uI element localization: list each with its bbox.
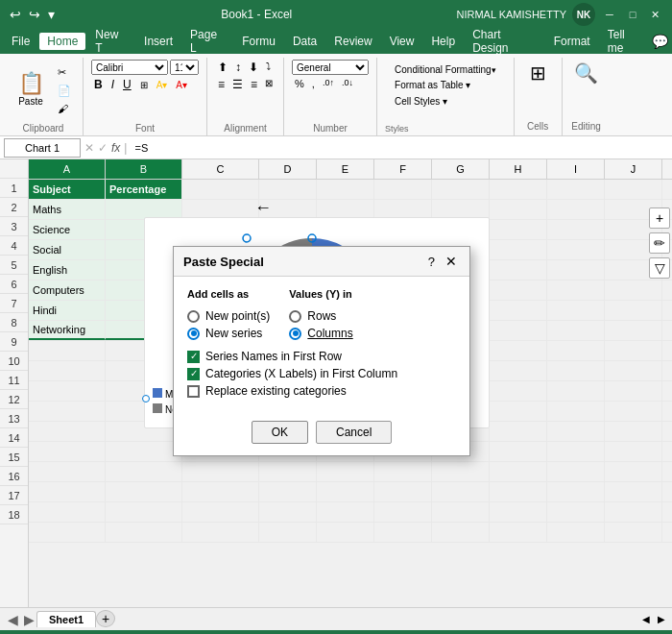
replace-categories-checkbox-item[interactable]: Replace existing categories (187, 384, 456, 398)
menu-chart-design[interactable]: Chart Design (465, 26, 544, 57)
status-bar: Select destinatio... | Average: 76.71428… (0, 630, 672, 634)
fill-color-button[interactable]: A▾ (154, 79, 171, 91)
dialog-help-button[interactable]: ? (428, 255, 435, 269)
add-sheet-button[interactable]: + (96, 610, 115, 627)
align-right-button[interactable]: ≡ (248, 77, 260, 92)
user-avatar[interactable]: NK (572, 3, 595, 26)
series-names-checkbox[interactable]: ✓ (187, 351, 200, 363)
sheet-left-arrow[interactable]: ◀ (4, 612, 22, 627)
merge-button[interactable]: ⊠ (262, 77, 276, 92)
formula-cross-button[interactable]: ✕ (84, 141, 94, 155)
formula-check-button[interactable]: ✓ (98, 141, 108, 155)
decrease-decimal-button[interactable]: .0↓ (339, 77, 356, 90)
quick-access-toolbar: ↩ ↪ ▾ (8, 5, 57, 24)
font-name-select[interactable]: Calibri (91, 60, 168, 75)
rows-option[interactable]: Rows (289, 309, 352, 323)
menu-data[interactable]: Data (285, 33, 324, 50)
undo-icon[interactable]: ↩ (8, 5, 23, 24)
new-series-option[interactable]: New series (187, 327, 270, 340)
dialog-options-row: Add cells as New point(s) New series Val… (187, 288, 456, 340)
title-bar-right: NIRMAL KAMISHETTY NK ─ □ ✕ (456, 3, 664, 26)
categories-label: Categories (X Labels) in First Column (205, 367, 397, 380)
new-points-option[interactable]: New point(s) (187, 309, 270, 323)
rows-radio[interactable] (289, 310, 301, 323)
menu-format[interactable]: Format (546, 33, 598, 50)
number-format-select[interactable]: General (292, 60, 369, 75)
font-style-row: B I U ⊞ A▾ A▾ (91, 77, 190, 92)
sheet-right-arrow[interactable]: ▶ (22, 612, 36, 627)
align-center-button[interactable]: ☰ (229, 77, 246, 92)
menu-review[interactable]: Review (326, 33, 379, 50)
ok-button[interactable]: OK (252, 421, 308, 444)
cell-styles-button[interactable]: Cell Styles ▾ (391, 94, 500, 109)
minimize-button[interactable]: ─ (601, 6, 618, 23)
editing-big-button[interactable]: 🔍 (570, 61, 602, 85)
italic-button[interactable]: I (108, 77, 117, 92)
increase-decimal-button[interactable]: .0↑ (320, 77, 337, 90)
paste-button[interactable]: 📋 Paste (12, 71, 50, 109)
menu-view[interactable]: View (382, 33, 422, 50)
menu-insert[interactable]: Insert (136, 33, 180, 50)
align-bottom-button[interactable]: ⬇ (246, 60, 261, 75)
editing-label: Editing (571, 118, 601, 132)
series-names-checkbox-item[interactable]: ✓ Series Names in First Row (187, 350, 456, 363)
scroll-right-button[interactable]: ▶ (655, 614, 668, 624)
bold-button[interactable]: B (91, 77, 106, 92)
font-size-select[interactable]: 11 (170, 60, 199, 75)
app-title: Book1 - Excel (221, 8, 292, 21)
categories-checkbox[interactable]: ✓ (187, 368, 200, 380)
border-button[interactable]: ⊞ (137, 79, 151, 91)
conditional-formatting-button[interactable]: Conditional Formatting ▾ (391, 63, 500, 76)
checkboxes-section: ✓ Series Names in First Row ✓ Categories… (187, 350, 456, 398)
close-button[interactable]: ✕ (647, 6, 664, 23)
menu-formu[interactable]: Formu (234, 33, 283, 50)
menu-help[interactable]: Help (423, 33, 463, 50)
align-top-button[interactable]: ⬆ (215, 60, 230, 75)
cells-big-button[interactable]: ⊞ (523, 61, 552, 85)
cell-styles-label: Cell Styles ▾ (395, 96, 447, 107)
categories-checkbox-item[interactable]: ✓ Categories (X Labels) in First Column (187, 367, 456, 380)
add-cells-as-column: Add cells as New point(s) New series (187, 288, 270, 340)
copy-button[interactable]: 📄 (54, 83, 75, 99)
new-series-radio[interactable] (187, 328, 200, 340)
share-icon[interactable]: 💬 (652, 34, 668, 49)
font-group: Calibri 11 B I U ⊞ A▾ A▾ Font (84, 58, 207, 135)
redo-icon[interactable]: ↪ (27, 5, 42, 24)
replace-categories-checkbox[interactable] (187, 385, 200, 398)
cut-button[interactable]: ✂ (54, 64, 75, 81)
new-points-label: New point(s) (205, 309, 270, 323)
scroll-left-button[interactable]: ◀ (639, 614, 653, 624)
sheet-tab-bar: ◀ ▶ Sheet1 + ◀ ▶ (0, 607, 672, 630)
menu-tell-me[interactable]: Tell me (600, 26, 648, 57)
scroll-buttons: ◀ ▶ (639, 614, 668, 624)
format-as-table-button[interactable]: Format as Table ▾ (391, 78, 500, 92)
percent-button[interactable]: % (292, 77, 307, 90)
styles-label: Styles (385, 121, 409, 134)
menu-newt[interactable]: New T (87, 26, 134, 57)
align-left-button[interactable]: ≡ (215, 77, 228, 92)
wrap-text-button[interactable]: ⤵ (263, 60, 274, 75)
comma-button[interactable]: , (309, 77, 318, 90)
fx-button[interactable]: fx (111, 141, 120, 155)
dialog-title: Paste Special (183, 255, 264, 269)
copy-icon: 📄 (58, 85, 71, 97)
dialog-close-button[interactable]: ✕ (443, 253, 460, 270)
menu-pagel[interactable]: Page L (182, 26, 232, 57)
underline-button[interactable]: U (120, 77, 134, 92)
maximize-button[interactable]: □ (624, 6, 641, 23)
sheet-tab-sheet1[interactable]: Sheet1 (36, 611, 96, 627)
series-names-check-icon: ✓ (190, 352, 198, 361)
qat-more-icon[interactable]: ▾ (46, 5, 57, 24)
name-box[interactable] (4, 138, 81, 158)
formula-input[interactable] (131, 138, 668, 158)
columns-option[interactable]: Columns (289, 327, 352, 340)
menu-home[interactable]: Home (39, 33, 85, 50)
align-row2: ≡ ☰ ≡ ⊠ (215, 77, 276, 92)
new-points-radio[interactable] (187, 310, 200, 323)
menu-file[interactable]: File (4, 33, 37, 50)
format-painter-button[interactable]: 🖌 (54, 101, 75, 116)
align-middle-button[interactable]: ↕ (232, 60, 244, 75)
columns-radio[interactable] (289, 328, 301, 340)
font-color-button[interactable]: A▾ (173, 79, 190, 91)
cancel-button[interactable]: Cancel (316, 421, 392, 444)
